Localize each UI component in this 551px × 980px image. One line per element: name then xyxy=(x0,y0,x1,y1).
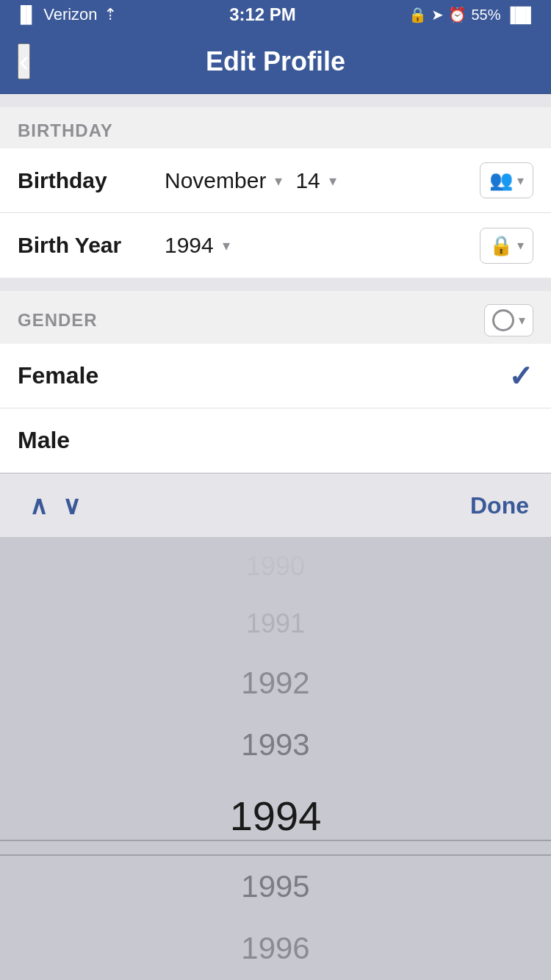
lock-privacy-icon: 🔒 xyxy=(489,234,513,257)
birthday-month-day-row[interactable]: Birthday November ▾ 14 ▾ 👥 ▾ xyxy=(0,148,551,213)
nav-bar: ‹ Edit Profile xyxy=(0,29,551,94)
gender-options: Female ✓ Male xyxy=(0,344,551,473)
picker-year-item[interactable]: 1992 xyxy=(0,652,551,714)
signal-icon: ▐▌ xyxy=(15,5,37,24)
picker-done-button[interactable]: Done xyxy=(470,492,529,519)
year-text: 1994 xyxy=(165,233,214,258)
gender-info-button[interactable]: ▾ xyxy=(484,304,533,336)
picker-year-item[interactable]: 1991 xyxy=(0,595,551,652)
friends-icon: 👥 xyxy=(489,169,513,192)
picker-toolbar: ∧ ∨ Done xyxy=(0,473,551,538)
lock-icon: 🔒 xyxy=(408,6,427,24)
gender-top-gap xyxy=(0,278,551,291)
female-label: Female xyxy=(18,362,508,389)
page-title: Edit Profile xyxy=(206,46,345,77)
year-privacy-arrow: ▾ xyxy=(517,237,524,253)
picker-year-item[interactable]: 1994 xyxy=(0,776,551,856)
birthday-rows: Birthday November ▾ 14 ▾ 👥 ▾ Birth Year … xyxy=(0,148,551,278)
male-option[interactable]: Male xyxy=(0,408,551,473)
picker-year-item[interactable]: 1990 xyxy=(0,538,551,595)
back-button[interactable]: ‹ xyxy=(18,43,30,79)
status-time: 3:12 PM xyxy=(229,4,296,25)
top-gap xyxy=(0,94,551,107)
status-right: 🔒 ➤ ⏰ 55% ▐█▌ xyxy=(408,6,536,24)
picker-selection-top xyxy=(0,840,551,841)
month-dropdown-arrow: ▾ xyxy=(275,172,282,190)
wifi-icon: ⇡ xyxy=(104,5,117,24)
battery-icon: ▐█▌ xyxy=(505,7,536,24)
birth-year-label: Birth Year xyxy=(18,233,165,258)
carrier-label: Verizon xyxy=(43,5,97,24)
year-dropdown-arrow: ▾ xyxy=(223,237,230,254)
birth-year-value[interactable]: 1994 ▾ xyxy=(165,233,230,258)
status-left: ▐▌ Verizon ⇡ xyxy=(15,5,117,24)
gender-circle-icon xyxy=(492,309,514,331)
chevron-down-icon: ∨ xyxy=(62,491,81,520)
privacy-dropdown-arrow: ▾ xyxy=(517,173,524,189)
picker-year-item[interactable]: 1996 xyxy=(0,918,551,979)
chevron-up-icon: ∧ xyxy=(29,491,48,520)
status-bar: ▐▌ Verizon ⇡ 3:12 PM 🔒 ➤ ⏰ 55% ▐█▌ xyxy=(0,0,551,29)
female-checkmark: ✓ xyxy=(508,359,533,393)
month-text: November xyxy=(165,168,266,193)
birthday-month-value[interactable]: November ▾ 14 ▾ xyxy=(165,168,336,193)
alarm-icon: ⏰ xyxy=(448,6,467,24)
year-picker: 19901991199219931994199519961997 xyxy=(0,538,551,980)
birthday-privacy-right: 👥 ▾ xyxy=(480,162,533,198)
gender-label: GENDER xyxy=(18,310,98,331)
day-dropdown-arrow: ▾ xyxy=(329,172,336,190)
female-option[interactable]: Female ✓ xyxy=(0,344,551,408)
picker-year-item[interactable]: 1993 xyxy=(0,714,551,776)
birth-year-row[interactable]: Birth Year 1994 ▾ 🔒 ▾ xyxy=(0,213,551,278)
male-label: Male xyxy=(18,427,533,454)
gender-info-arrow: ▾ xyxy=(519,312,525,328)
picker-up-button[interactable]: ∧ xyxy=(22,485,55,526)
birth-year-privacy-right: 🔒 ▾ xyxy=(480,228,533,264)
birthday-section-header: BIRTHDAY xyxy=(0,107,551,148)
day-text: 14 xyxy=(295,168,320,193)
birth-year-privacy-button[interactable]: 🔒 ▾ xyxy=(480,228,533,264)
gender-section-header: GENDER ▾ xyxy=(0,291,551,344)
picker-down-button[interactable]: ∨ xyxy=(55,485,88,526)
year-picker-scroll[interactable]: 19901991199219931994199519961997 xyxy=(0,538,551,980)
location-icon: ➤ xyxy=(431,6,444,24)
battery-label: 55% xyxy=(471,7,500,24)
picker-list: 19901991199219931994199519961997 xyxy=(0,538,551,980)
birthday-field-label: Birthday xyxy=(18,168,165,193)
birthday-privacy-button[interactable]: 👥 ▾ xyxy=(480,162,533,198)
picker-year-item[interactable]: 1995 xyxy=(0,856,551,918)
